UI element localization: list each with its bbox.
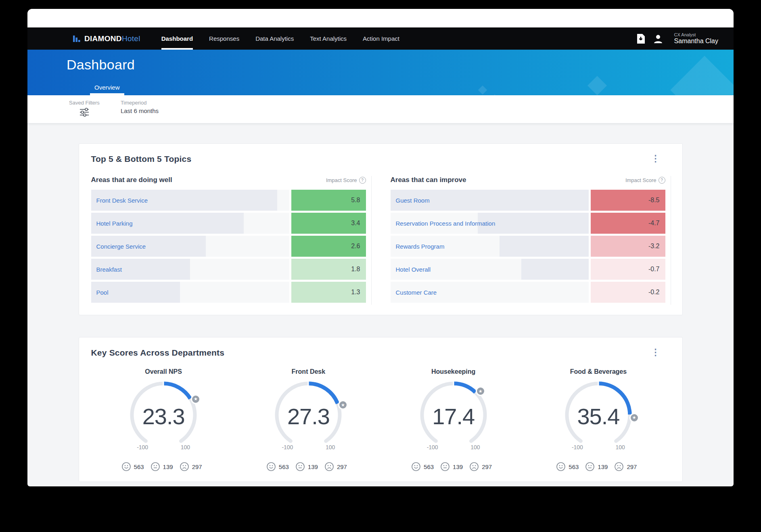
sad-face-icon (324, 462, 334, 471)
happy-face-icon (121, 462, 131, 471)
hero-header: Dashboard Overview (27, 50, 734, 95)
nav-item-responses[interactable]: Responses (209, 27, 239, 50)
timeperiod-label: Timeperiod (121, 100, 159, 106)
neutral-count: 139 (163, 463, 173, 470)
table-row: Hotel Parking 3.4 (91, 213, 366, 234)
nav-item-text-analytics[interactable]: Text Analytics (310, 27, 347, 50)
can-improve-list: Areas that can improve Impact Score ? Gu… (391, 176, 671, 305)
impact-score-label: Impact Score ? (625, 177, 665, 184)
topic-link[interactable]: Concierge Service (96, 243, 146, 250)
top-nav: DIAMONDHotel Dashboard Responses Data An… (27, 27, 734, 50)
main-content: Top 5 & Bottom 5 Topics ⋮ Areas that are… (27, 123, 734, 482)
user-menu[interactable]: CX Analyst Samantha Clay (674, 32, 718, 45)
tab-overview[interactable]: Overview (90, 84, 124, 95)
nav-item-dashboard[interactable]: Dashboard (161, 27, 193, 50)
impact-score-cell: 1.8 (291, 259, 366, 280)
table-row: Breakfast 1.8 (91, 259, 366, 280)
filters-sliders-icon (79, 107, 90, 117)
topic-link[interactable]: Rewards Program (396, 243, 445, 250)
topic-link[interactable]: Pool (96, 289, 109, 296)
sentiment-counts: 563 139 297 (411, 462, 495, 471)
impact-score-cell: -4.7 (591, 213, 665, 234)
topic-link[interactable]: Hotel Parking (96, 220, 133, 227)
sentiment-counts: 563 139 297 (121, 462, 206, 471)
gauges-row: Overall NPS 23.3 ★ -100 100 563 13 (91, 368, 671, 471)
sentiment-counts: 563 139 297 (266, 462, 351, 471)
brand-name: DIAMONDHotel (84, 34, 140, 43)
neutral-count: 139 (453, 463, 463, 470)
help-icon[interactable]: ? (659, 177, 665, 184)
brand-logo[interactable]: DIAMONDHotel (73, 34, 140, 43)
export-download-icon[interactable] (636, 34, 645, 44)
goal-star-badge: ★ (191, 394, 201, 404)
goal-star-badge: ★ (629, 413, 639, 423)
topic-link[interactable]: Guest Room (396, 197, 430, 204)
gauge-overall-nps: Overall NPS 23.3 ★ -100 100 563 13 (91, 368, 236, 471)
table-row: Customer Care -0.2 (391, 282, 665, 303)
negative-count: 297 (337, 463, 347, 470)
nav-item-action-impact[interactable]: Action Impact (363, 27, 399, 50)
table-row: Front Desk Service 5.8 (91, 190, 366, 211)
app-window: DIAMONDHotel Dashboard Responses Data An… (27, 9, 734, 486)
impact-score-cell: 2.6 (291, 236, 366, 257)
negative-count: 297 (192, 463, 202, 470)
topics-card-title: Top 5 & Bottom 5 Topics (91, 154, 671, 164)
key-scores-menu-icon[interactable]: ⋮ (651, 348, 660, 357)
user-role: CX Analyst (674, 32, 718, 38)
nav-right: CX Analyst Samantha Clay (636, 32, 718, 45)
goal-star-badge: ★ (338, 400, 348, 410)
impact-score-label: Impact Score ? (326, 177, 366, 184)
doing-well-heading: Areas that are doing well (91, 176, 172, 184)
bar-chart-logo-icon (73, 35, 81, 43)
user-name: Samantha Clay (674, 38, 718, 45)
topic-link[interactable]: Customer Care (396, 289, 437, 296)
happy-face-icon (556, 462, 566, 471)
gauge-front-desk: Front Desk 27.3 ★ -100 100 563 139 (236, 368, 381, 471)
impact-score-cell: -0.7 (591, 259, 665, 280)
can-improve-heading: Areas that can improve (391, 176, 466, 184)
neutral-count: 139 (308, 463, 318, 470)
impact-score-cell: -8.5 (591, 190, 665, 211)
nav-menu: Dashboard Responses Data Analytics Text … (161, 27, 399, 50)
topic-link[interactable]: Front Desk Service (96, 197, 148, 204)
table-row: Concierge Service 2.6 (91, 236, 366, 257)
topics-card-menu-icon[interactable]: ⋮ (651, 154, 660, 163)
topic-link[interactable]: Hotel Overall (396, 266, 431, 273)
key-scores-title: Key Scores Across Departments (91, 348, 671, 358)
happy-face-icon (266, 462, 276, 471)
positive-count: 563 (134, 463, 144, 470)
user-avatar-icon[interactable] (653, 34, 663, 44)
gauge-value: 35.4 (558, 403, 639, 429)
decor-diamond (478, 86, 487, 95)
neutral-count: 139 (598, 463, 608, 470)
topics-lists: Areas that are doing well Impact Score ?… (91, 176, 671, 305)
gauge-value: 23.3 (123, 403, 204, 429)
topic-bar (500, 236, 589, 257)
nav-item-data-analytics[interactable]: Data Analytics (255, 27, 294, 50)
table-row: Guest Room -8.5 (391, 190, 665, 211)
sentiment-counts: 563 139 297 (556, 462, 640, 471)
impact-score-cell: 5.8 (291, 190, 366, 211)
nps-gauge: 17.4 ★ (413, 380, 494, 446)
sad-face-icon (614, 462, 624, 471)
topic-bar (521, 259, 589, 280)
help-icon[interactable]: ? (359, 177, 366, 184)
table-row: Rewards Program -3.2 (391, 236, 665, 257)
positive-count: 563 (424, 463, 434, 470)
browser-chrome-strip (27, 9, 734, 27)
saved-filters-button[interactable]: Saved Filters (69, 95, 100, 123)
negative-count: 297 (482, 463, 492, 470)
filter-bar: Saved Filters Timeperiod Last 6 months (27, 95, 734, 123)
gauge-value: 17.4 (413, 403, 494, 429)
timeperiod-selector[interactable]: Timeperiod Last 6 months (121, 95, 159, 123)
topic-link[interactable]: Breakfast (96, 266, 122, 273)
page-title: Dashboard (27, 50, 734, 73)
topic-link[interactable]: Reservation Process and Information (396, 220, 495, 227)
topics-card: Top 5 & Bottom 5 Topics ⋮ Areas that are… (79, 143, 683, 315)
gauge-title: Front Desk (292, 368, 326, 375)
saved-filters-label: Saved Filters (69, 100, 100, 106)
sad-face-icon (469, 462, 479, 471)
positive-count: 563 (569, 463, 579, 470)
doing-well-list: Areas that are doing well Impact Score ?… (91, 176, 372, 305)
impact-score-cell: 1.3 (291, 282, 366, 303)
